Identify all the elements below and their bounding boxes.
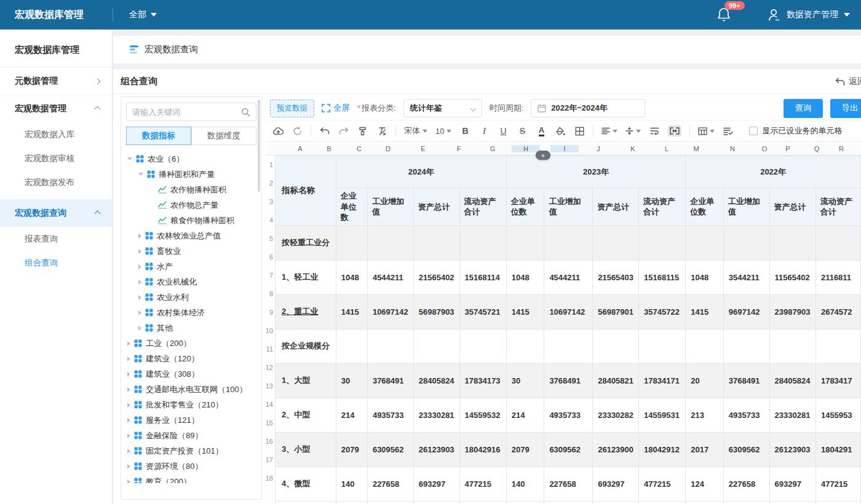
row-label-cell[interactable] bbox=[276, 501, 336, 504]
column-letter[interactable]: A bbox=[294, 145, 306, 152]
value-cell[interactable] bbox=[413, 329, 459, 363]
row-number[interactable]: 7 bbox=[266, 266, 274, 285]
row-number[interactable]: 6 bbox=[266, 248, 274, 266]
header-metric[interactable]: 工业增加值 bbox=[723, 188, 769, 226]
value-cell[interactable]: 1048 bbox=[686, 260, 724, 294]
borders-icon[interactable] bbox=[574, 125, 585, 136]
value-cell[interactable]: 28405824 bbox=[769, 363, 815, 398]
value-cell[interactable] bbox=[593, 226, 639, 260]
value-cell[interactable]: 14559532 bbox=[459, 398, 506, 432]
value-cell[interactable]: 23330282 bbox=[593, 398, 639, 432]
back-button[interactable]: 返回 bbox=[835, 76, 861, 87]
value-cell[interactable]: 1804291 bbox=[815, 432, 860, 467]
row-label-cell[interactable]: 1、轻工业 bbox=[276, 260, 336, 294]
save-cloud-icon[interactable] bbox=[272, 125, 284, 136]
value-cell[interactable]: 3768491 bbox=[544, 363, 593, 398]
caret-closed-icon[interactable] bbox=[138, 310, 141, 315]
value-cell[interactable] bbox=[336, 501, 367, 504]
value-cell[interactable]: 4935733 bbox=[723, 398, 769, 432]
value-cell[interactable]: 6309562 bbox=[544, 432, 593, 467]
tree-node[interactable]: 建筑业（120） bbox=[121, 351, 261, 366]
value-cell[interactable] bbox=[815, 329, 860, 363]
sidebar-subitem-combo-query[interactable]: 组合查询 bbox=[0, 251, 112, 275]
value-cell[interactable]: 1048 bbox=[506, 260, 544, 294]
value-cell[interactable]: 3544211 bbox=[723, 260, 769, 294]
fullscreen-button[interactable]: 全屏 bbox=[322, 103, 350, 114]
italic-icon[interactable]: I bbox=[478, 125, 490, 136]
caret-closed-icon[interactable] bbox=[127, 387, 130, 392]
tree-node[interactable]: 资源环境（80） bbox=[121, 459, 261, 474]
row-label-cell[interactable]: 2、重工业 bbox=[276, 294, 336, 329]
underline-icon[interactable]: U bbox=[498, 125, 509, 136]
value-cell[interactable]: 23330281 bbox=[413, 398, 459, 432]
column-letter[interactable]: M bbox=[690, 145, 702, 152]
tree-node[interactable]: 水产 bbox=[121, 259, 261, 274]
sidebar-item-macro-query[interactable]: 宏观数据查询 bbox=[0, 200, 112, 227]
tree-search-box[interactable] bbox=[126, 103, 256, 121]
header-metric[interactable]: 资产总计 bbox=[593, 188, 639, 226]
section-label-cell[interactable]: 按企业规模分 bbox=[276, 329, 336, 363]
value-cell[interactable]: 140 bbox=[506, 467, 544, 501]
caret-closed-icon[interactable] bbox=[127, 479, 130, 484]
value-cell[interactable]: 18042916 bbox=[459, 432, 506, 467]
value-cell[interactable]: 30 bbox=[336, 363, 367, 398]
row-label-cell[interactable]: 4、微型 bbox=[276, 467, 336, 501]
row-number[interactable]: 12 bbox=[266, 358, 274, 377]
value-cell[interactable]: 3768491 bbox=[723, 363, 769, 398]
row-number[interactable]: 10 bbox=[266, 321, 274, 340]
value-cell[interactable]: 1415 bbox=[336, 294, 367, 329]
value-cell[interactable]: 21565403 bbox=[593, 260, 639, 294]
format-painter-icon[interactable] bbox=[357, 125, 368, 136]
caret-closed-icon[interactable] bbox=[127, 403, 130, 408]
column-letter[interactable]: F bbox=[453, 145, 465, 152]
value-cell[interactable] bbox=[639, 226, 686, 260]
column-letter[interactable]: P bbox=[782, 145, 794, 152]
tree-scrollbar[interactable] bbox=[258, 100, 260, 192]
value-cell[interactable] bbox=[723, 501, 769, 504]
column-letter[interactable]: Q bbox=[811, 145, 823, 152]
row-number[interactable]: 18 bbox=[266, 469, 274, 487]
row-label-cell[interactable]: 3、小型 bbox=[276, 432, 336, 467]
caret-closed-icon[interactable] bbox=[138, 295, 141, 300]
value-cell[interactable] bbox=[639, 501, 686, 504]
caret-closed-icon[interactable] bbox=[127, 356, 130, 361]
row-number[interactable]: 5 bbox=[266, 229, 274, 248]
tree-node[interactable]: 其他 bbox=[121, 320, 261, 336]
value-cell[interactable]: 2017 bbox=[686, 432, 724, 467]
value-cell[interactable]: 1783417 bbox=[815, 363, 860, 398]
row-number[interactable]: 8 bbox=[266, 285, 274, 303]
caret-closed-icon[interactable] bbox=[127, 372, 130, 377]
value-cell[interactable] bbox=[459, 501, 506, 504]
value-cell[interactable]: 477215 bbox=[815, 467, 860, 501]
column-letter[interactable]: E bbox=[417, 145, 429, 152]
wrap-text-icon[interactable] bbox=[649, 125, 660, 136]
row-number[interactable]: 16 bbox=[266, 432, 274, 451]
caret-closed-icon[interactable] bbox=[127, 464, 130, 469]
checkbox-icon[interactable] bbox=[749, 127, 758, 135]
header-metric[interactable]: 工业增加值 bbox=[544, 188, 593, 226]
value-cell[interactable] bbox=[769, 226, 815, 260]
value-cell[interactable]: 18042912 bbox=[639, 432, 686, 467]
row-number[interactable]: 4 bbox=[266, 211, 274, 229]
tree-node[interactable]: 粮食作物播种面积 bbox=[121, 213, 261, 228]
caret-closed-icon[interactable] bbox=[138, 264, 141, 269]
tree-node[interactable]: 固定资产投资（101） bbox=[121, 443, 261, 459]
tree-node[interactable]: 农作物播种面积 bbox=[121, 182, 261, 197]
user-menu[interactable]: 数据资产管理 bbox=[768, 8, 850, 22]
value-cell[interactable] bbox=[639, 329, 686, 363]
value-cell[interactable] bbox=[367, 226, 413, 260]
value-cell[interactable] bbox=[815, 226, 860, 260]
font-size-select[interactable]: 10 bbox=[435, 127, 451, 136]
header-year[interactable]: 2022年 bbox=[686, 156, 861, 188]
column-letter[interactable]: D bbox=[382, 145, 394, 152]
value-cell[interactable] bbox=[686, 501, 724, 504]
value-cell[interactable]: 26123900 bbox=[593, 432, 639, 467]
header-metric[interactable]: 流动资产合计 bbox=[639, 188, 686, 226]
value-cell[interactable] bbox=[367, 329, 413, 363]
value-cell[interactable]: 56987903 bbox=[413, 294, 459, 329]
fill-color-icon[interactable] bbox=[555, 125, 566, 136]
refresh-icon[interactable] bbox=[292, 125, 303, 136]
value-cell[interactable]: 21565402 bbox=[413, 260, 459, 294]
row-number[interactable]: 14 bbox=[266, 395, 274, 414]
value-cell[interactable]: 2674572 bbox=[815, 294, 860, 329]
